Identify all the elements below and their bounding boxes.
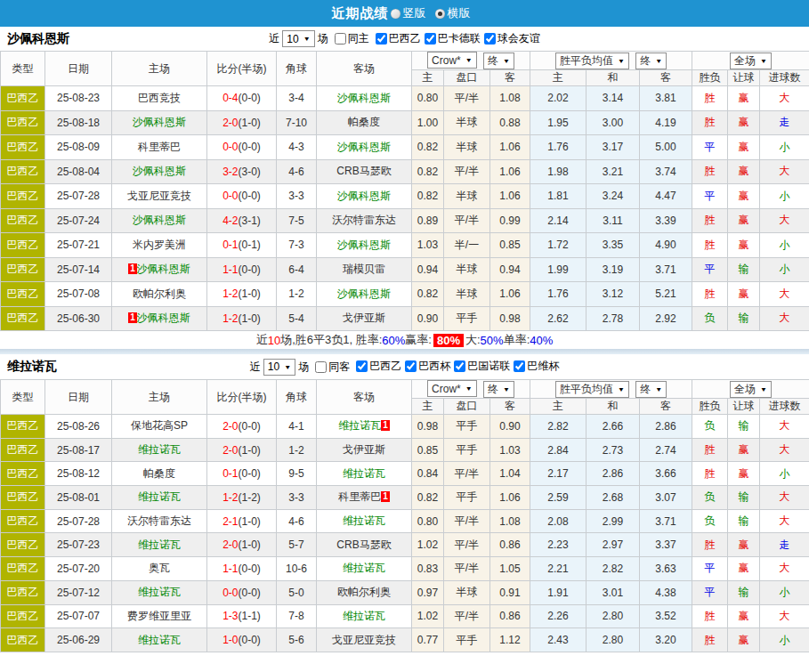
home-team-name[interactable]: 欧帕尔利奥	[133, 287, 186, 300]
odds-home-cell: 0.94	[412, 257, 444, 282]
odds-home-cell: 0.82	[412, 135, 444, 160]
odds-source-select[interactable]: Crow*▼	[427, 380, 477, 397]
away-team-cell: 维拉诺瓦	[317, 604, 412, 628]
handicap-result-cell: 赢	[728, 533, 760, 557]
away-team-name[interactable]: 维拉诺瓦	[343, 514, 385, 527]
scope-select[interactable]: 全场▼	[730, 381, 772, 398]
away-team-name[interactable]: CRB马瑟欧	[336, 538, 391, 551]
score-cell: 0-1(0-1)	[207, 233, 277, 258]
handicap-result-cell: 赢	[728, 110, 760, 135]
home-team-name[interactable]: 费罗维亚里亚	[127, 610, 191, 622]
checkbox[interactable]	[356, 360, 368, 372]
home-team-name[interactable]: 米内罗美洲	[133, 239, 186, 251]
checkbox[interactable]	[315, 361, 327, 373]
away-team-name[interactable]: CRB马瑟欧	[336, 165, 391, 177]
home-team-name[interactable]: 帕桑度	[143, 467, 175, 480]
checkbox[interactable]	[405, 360, 417, 372]
league-filter-checkbox[interactable]: 巴西杯	[401, 359, 450, 374]
away-team-name[interactable]: 帕桑度	[348, 116, 380, 128]
avg-group-header: 胜平负均值▼ 终▼	[530, 52, 692, 70]
recent-count-value: 10	[268, 360, 279, 373]
home-team-name[interactable]: 维拉诺瓦	[138, 538, 181, 551]
home-team-name[interactable]: 维拉诺瓦	[138, 490, 181, 503]
horizontal-layout-label[interactable]: 横版	[448, 5, 471, 21]
match-row: 巴西乙25-06-301沙佩科恩斯1-2(1-0)5-4戈伊亚斯0.90平手0.…	[1, 306, 809, 331]
checkbox[interactable]	[484, 33, 496, 45]
odds-final-select[interactable]: 终▼	[483, 381, 514, 398]
away-team-name[interactable]: 戈亚尼亚竞技	[332, 634, 396, 646]
home-team-name[interactable]: 沙佩科恩斯	[133, 165, 186, 177]
checkbox[interactable]	[454, 360, 465, 372]
team1-results-table: 类型 日期 主场 比分(半场) 角球 客场 Crow*▼ 终▼ 胜平负均值▼ 终…	[0, 51, 809, 331]
avg-final-select[interactable]: 终▼	[635, 381, 667, 398]
odds-away-cell: 0.91	[490, 580, 530, 604]
away-team-name[interactable]: 沙佩科恩斯	[337, 287, 391, 300]
league-filter-checkbox[interactable]: 巴西乙	[372, 31, 421, 46]
same-away-checkbox[interactable]: 同客	[311, 360, 350, 375]
scope-select[interactable]: 全场▼	[730, 53, 772, 69]
league-filter-checkbox[interactable]: 巴西乙	[352, 359, 401, 374]
handicap-cell: 半球	[444, 110, 490, 135]
league-filter-checkbox[interactable]: 巴卡德联	[421, 31, 481, 46]
home-team-name[interactable]: 保地花高SP	[131, 419, 188, 432]
home-team-name[interactable]: 沙佩科恩斯	[137, 312, 190, 324]
away-team-name[interactable]: 沃尔特雷东达	[332, 214, 396, 226]
odds-away-cell: 1.06	[490, 184, 530, 209]
avg-lose-cell: 3.37	[640, 533, 692, 557]
checkbox[interactable]	[376, 33, 387, 45]
avg-type-select[interactable]: 胜平负均值▼	[555, 53, 629, 69]
vertical-layout-label[interactable]: 竖版	[403, 5, 426, 21]
odds-source-select[interactable]: Crow*▼	[427, 52, 477, 69]
home-team-name[interactable]: 沙佩科恩斯	[133, 116, 186, 128]
away-team-name[interactable]: 沙佩科恩斯	[337, 239, 391, 251]
odds-final-select[interactable]: 终▼	[483, 53, 514, 69]
away-team-name[interactable]: 维拉诺瓦	[338, 419, 381, 432]
same-home-checkbox[interactable]: 同主	[331, 31, 369, 46]
handicap-result-cell: 输	[728, 306, 760, 331]
home-team-name[interactable]: 奥瓦	[149, 562, 170, 574]
away-team-name[interactable]: 戈伊亚斯	[343, 443, 385, 456]
league-filter-checkbox[interactable]: 巴维杯	[510, 359, 559, 374]
away-team-name[interactable]: 维拉诺瓦	[343, 610, 385, 622]
league-filter-checkbox[interactable]: 球会友谊	[481, 31, 540, 46]
away-team-name[interactable]: 沙佩科恩斯	[337, 141, 391, 153]
away-team-name[interactable]: 科里蒂巴	[338, 490, 381, 503]
recent-count-select[interactable]: 10 ▼	[282, 30, 314, 47]
checkbox[interactable]	[335, 33, 346, 45]
avg-final-select[interactable]: 终▼	[635, 53, 667, 69]
home-team-name[interactable]: 维拉诺瓦	[138, 634, 181, 646]
recent-count-select[interactable]: 10 ▼	[263, 359, 295, 376]
full-time-score: 1-1	[222, 563, 238, 575]
home-team-name[interactable]: 维拉诺瓦	[138, 586, 181, 598]
handicap-result-cell: 赢	[728, 184, 760, 209]
goals-result-cell: 大	[760, 306, 809, 331]
avg-type-select[interactable]: 胜平负均值▼	[555, 381, 629, 398]
home-team-name[interactable]: 沃尔特雷东达	[127, 514, 191, 527]
corner-cell: 4-6	[277, 509, 317, 533]
checkbox[interactable]	[514, 360, 525, 372]
handicap-result-cell: 赢	[728, 604, 760, 628]
avg-win-cell: 2.84	[530, 438, 587, 462]
checkbox[interactable]	[425, 33, 436, 45]
away-team-name[interactable]: 欧帕尔利奥	[337, 586, 391, 598]
home-team-name[interactable]: 沙佩科恩斯	[137, 263, 190, 275]
league-type-cell: 巴西乙	[1, 110, 45, 135]
vertical-layout-radio[interactable]	[391, 9, 400, 19]
home-team-name[interactable]: 巴西竞技	[138, 92, 181, 104]
home-team-name[interactable]: 科里蒂巴	[138, 141, 181, 153]
away-team-name[interactable]: 维拉诺瓦	[343, 562, 385, 574]
horizontal-layout-radio[interactable]	[435, 9, 445, 19]
away-team-name[interactable]: 沙佩科恩斯	[337, 190, 391, 202]
home-team-name[interactable]: 沙佩科恩斯	[133, 214, 186, 226]
home-team-name[interactable]: 维拉诺瓦	[138, 443, 181, 456]
match-row: 巴西乙25-08-01维拉诺瓦1-2(1-2)3-3科里蒂巴10.82平手1.0…	[1, 486, 809, 510]
avg-win-cell: 2.02	[530, 86, 587, 111]
away-team-name[interactable]: 维拉诺瓦	[343, 467, 385, 480]
away-team-name[interactable]: 沙佩科恩斯	[337, 92, 391, 104]
away-team-name[interactable]: 戈伊亚斯	[343, 312, 385, 324]
league-filter-checkbox[interactable]: 巴国诺联	[450, 359, 510, 374]
score-cell: 1-2(1-0)	[207, 306, 277, 331]
away-team-name[interactable]: 瑞模贝雷	[343, 263, 385, 275]
games-label: 场	[298, 360, 309, 375]
home-team-name[interactable]: 戈亚尼亚竞技	[127, 190, 191, 202]
